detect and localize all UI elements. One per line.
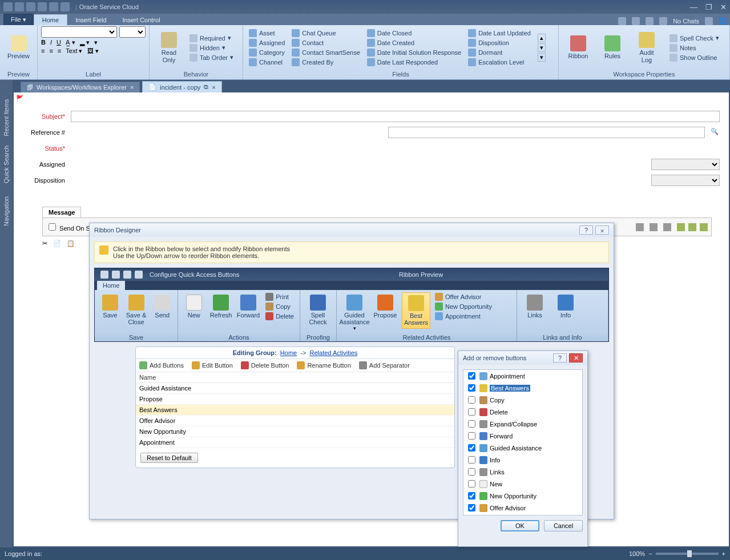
- popout-icon[interactable]: ⧉: [204, 83, 208, 91]
- reset-default-button[interactable]: Reset to Default: [140, 453, 198, 463]
- breadcrumb-related-activities[interactable]: Related Activities: [310, 349, 358, 356]
- tab-insert-field[interactable]: Insert Field: [67, 15, 114, 25]
- tab-insert-control[interactable]: Insert Control: [115, 15, 168, 25]
- checklist-row[interactable]: Guided Assistance: [463, 442, 582, 454]
- qat-button[interactable]: [49, 2, 58, 11]
- more-button[interactable]: ▾: [94, 39, 98, 46]
- save-close-button[interactable]: Save & Close: [124, 292, 148, 328]
- preview-button[interactable]: Preview: [3, 29, 34, 67]
- info-button[interactable]: Info: [551, 292, 580, 321]
- field-asset[interactable]: Asset: [247, 29, 287, 38]
- field-chat-queue[interactable]: Chat Queue: [289, 29, 362, 38]
- list-item[interactable]: Guided Assistance: [136, 383, 454, 394]
- field-created-by[interactable]: Created By: [289, 58, 362, 67]
- key-icon[interactable]: [618, 17, 626, 25]
- copy-icon[interactable]: 📄: [53, 240, 61, 247]
- cancel-button[interactable]: Cancel: [544, 520, 583, 531]
- show-outline-button[interactable]: Show Outline: [667, 53, 721, 62]
- checklist-row[interactable]: Expand/Collapse: [463, 418, 582, 430]
- ok-button[interactable]: OK: [501, 520, 539, 531]
- tool-icon[interactable]: [646, 17, 654, 25]
- field-category[interactable]: Category: [247, 48, 287, 57]
- field-escalation-level[interactable]: Escalation Level: [466, 58, 533, 67]
- save-button[interactable]: Save: [98, 292, 122, 321]
- print-button[interactable]: Print: [263, 292, 296, 301]
- doc-tab-incident[interactable]: 📄 incident - copy ⧉ ×: [142, 81, 221, 92]
- zoom-slider[interactable]: [656, 553, 719, 555]
- minimize-icon[interactable]: —: [690, 3, 697, 11]
- close-tab-icon[interactable]: ×: [130, 84, 134, 91]
- new-icon[interactable]: [100, 271, 108, 279]
- fields-scroll-down[interactable]: ▾: [538, 43, 546, 52]
- tab-order-button[interactable]: Tab Order ▾: [187, 53, 236, 62]
- align-right-button[interactable]: ≡: [58, 47, 61, 55]
- add-separator-button[interactable]: Add Separator: [359, 361, 410, 369]
- highlight-button[interactable]: ▂ ▾: [80, 39, 90, 46]
- rules-button[interactable]: Rules: [596, 29, 628, 67]
- field-disposition[interactable]: Disposition: [466, 38, 533, 47]
- checkbox[interactable]: [468, 408, 475, 416]
- send-button[interactable]: Send: [150, 292, 174, 321]
- cut-icon[interactable]: ✂: [42, 240, 47, 247]
- paste-icon[interactable]: 📋: [67, 240, 75, 247]
- checkbox[interactable]: [468, 372, 475, 380]
- print-icon[interactable]: [135, 271, 143, 279]
- checkbox[interactable]: [468, 444, 475, 452]
- field-date-last-responded[interactable]: Date Last Responded: [365, 58, 463, 67]
- more-icon[interactable]: [700, 223, 708, 231]
- close-button[interactable]: ⨉: [595, 225, 609, 235]
- checklist-row[interactable]: Copy: [463, 394, 582, 406]
- expand-icon[interactable]: [688, 223, 696, 231]
- audit-log-button[interactable]: Audit Log: [631, 29, 663, 67]
- bell-icon[interactable]: [659, 17, 667, 25]
- list-item[interactable]: Best Answers: [136, 405, 454, 416]
- spell-check-button[interactable]: Spell Check ▾: [667, 34, 721, 43]
- italic-button[interactable]: I: [50, 39, 52, 46]
- breadcrumb-home[interactable]: Home: [280, 349, 297, 356]
- appointment-button[interactable]: Appointment: [433, 312, 494, 321]
- save-icon[interactable]: [123, 271, 131, 279]
- checkbox[interactable]: [468, 432, 475, 440]
- flag-icon[interactable]: 🚩: [16, 95, 25, 104]
- close-button[interactable]: ✕: [569, 353, 583, 362]
- tool-icon[interactable]: [650, 223, 658, 231]
- preview-home-tab[interactable]: Home: [97, 281, 125, 290]
- messages-tab[interactable]: Message: [42, 207, 81, 217]
- doc-tab-explorer[interactable]: 🗐 Workspaces/Workflows Explorer ×: [21, 82, 140, 92]
- delete-button-button[interactable]: Delete Button: [241, 361, 289, 369]
- checklist-row[interactable]: Links: [463, 466, 582, 478]
- siderail-quick-search[interactable]: Quick Search: [3, 146, 10, 183]
- new-opportunity-button[interactable]: New Opportunity: [433, 302, 494, 311]
- checkbox[interactable]: [468, 420, 475, 428]
- label-size-select[interactable]: [119, 26, 146, 38]
- field-contact[interactable]: Contact: [289, 38, 362, 47]
- zoom-out-icon[interactable]: −: [648, 550, 652, 557]
- checklist-row[interactable]: Offer Advisor: [463, 502, 582, 514]
- ribbon-button[interactable]: Ribbon: [562, 29, 594, 67]
- close-tab-icon[interactable]: ×: [212, 84, 215, 91]
- spell-check-button[interactable]: Spell Check: [304, 292, 332, 328]
- help-button[interactable]: ?: [579, 225, 593, 235]
- field-channel[interactable]: Channel: [247, 58, 287, 67]
- underline-button[interactable]: U: [57, 39, 61, 46]
- checklist-row[interactable]: Appointment: [463, 370, 582, 382]
- add-icon[interactable]: [677, 223, 685, 231]
- checkbox[interactable]: [468, 456, 475, 464]
- checkbox[interactable]: [468, 504, 475, 511]
- checkbox[interactable]: [468, 384, 475, 392]
- notes-button[interactable]: Notes: [667, 43, 721, 53]
- read-only-button[interactable]: Read Only: [153, 29, 185, 67]
- add-buttons-button[interactable]: Add Buttons: [139, 361, 184, 369]
- forward-button[interactable]: Forward: [236, 292, 261, 321]
- qat-button[interactable]: [26, 2, 35, 11]
- zoom-control[interactable]: 100% − +: [629, 550, 725, 557]
- siderail-navigation[interactable]: Navigation: [3, 196, 10, 226]
- best-answers-button[interactable]: Best Answers: [402, 292, 430, 329]
- field-contact-smartsense[interactable]: Contact SmartSense: [289, 48, 362, 57]
- reference-input[interactable]: [388, 127, 705, 138]
- checkbox[interactable]: [468, 492, 475, 499]
- tab-home[interactable]: Home: [34, 14, 67, 25]
- bold-button[interactable]: B: [41, 39, 46, 46]
- close-icon[interactable]: ✕: [720, 3, 727, 11]
- subject-input[interactable]: [71, 111, 720, 122]
